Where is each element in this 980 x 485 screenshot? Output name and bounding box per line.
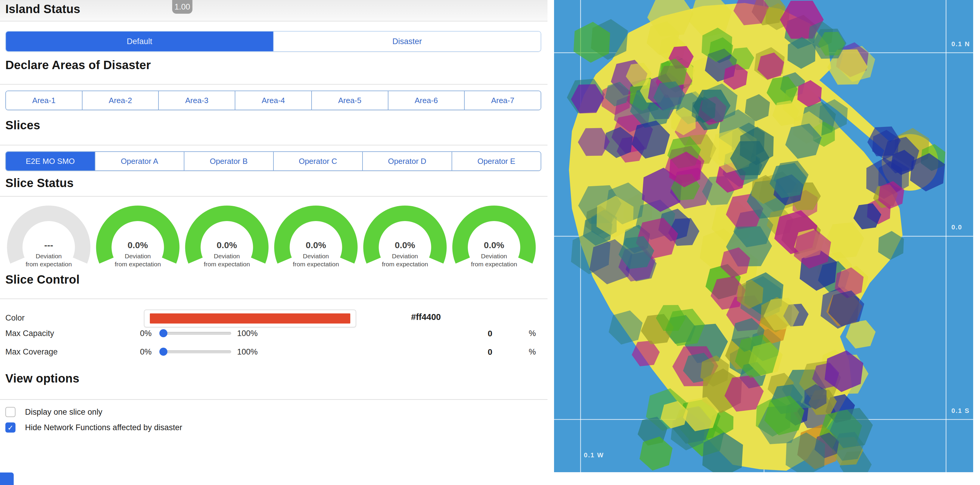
top-band (0, 0, 547, 21)
corner-chip (0, 472, 14, 485)
gauge-value: 0.0% (271, 240, 360, 250)
slice-button-row: E2E MO SMOOperator AOperator BOperator C… (5, 151, 541, 171)
gauge-value: 0.0% (93, 240, 182, 250)
checkbox-row: ✓Hide Network Functions affected by disa… (5, 423, 182, 433)
slider-track[interactable] (160, 332, 231, 335)
divider (0, 196, 547, 197)
slice-control-title: Slice Control (5, 273, 80, 286)
grid-label: 0.1 S (951, 407, 970, 414)
island-mode-toggle[interactable]: DefaultDisaster (5, 31, 541, 52)
gauge-value: 0.0% (450, 240, 539, 250)
slice-button[interactable]: Operator E (452, 152, 541, 170)
color-swatch (150, 313, 350, 324)
gauge-value: 0.0% (360, 240, 450, 250)
deviation-gauge: 0.0%Deviationfrom expectation (360, 201, 450, 269)
slice-status-title: Slice Status (5, 177, 73, 190)
grid-label: 0.0 (951, 223, 963, 231)
color-label: Color (5, 313, 25, 323)
area-button-area-1[interactable]: Area-1 (6, 91, 82, 110)
divider (0, 145, 547, 145)
slider-thumb[interactable] (159, 348, 167, 356)
divider (0, 84, 547, 84)
slider-value: 0 (481, 347, 499, 357)
mode-button-default[interactable]: Default (6, 32, 273, 51)
checkbox-unchecked[interactable] (5, 407, 16, 417)
deviation-gauge: 0.0%Deviationfrom expectation (93, 201, 182, 269)
deviation-gauge: 0.0%Deviationfrom expectation (271, 201, 360, 269)
slice-button[interactable]: Operator B (184, 152, 273, 170)
grid-label: 0.1 N (951, 40, 970, 48)
color-picker-input[interactable] (144, 310, 356, 328)
slider-unit: % (529, 329, 536, 338)
gauge-caption: Deviationfrom expectation (93, 252, 182, 268)
area-button-area-2[interactable]: Area-2 (82, 91, 159, 110)
gauge-caption: Deviationfrom expectation (182, 252, 271, 268)
area-button-area-4[interactable]: Area-4 (235, 91, 311, 110)
divider (0, 299, 547, 299)
gauge-row: ---Deviationfrom expectation0.0%Deviatio… (4, 201, 541, 269)
control-panel: Island Status 1.00 DefaultDisaster Decla… (0, 0, 554, 485)
grid-label: 0.1 W (584, 452, 604, 459)
slider-max-label: 100% (237, 347, 258, 356)
slice-button[interactable]: Operator C (273, 152, 363, 170)
gauge-caption: Deviationfrom expectation (360, 252, 450, 268)
slider-min-label: 0% (140, 329, 158, 338)
mode-button-disaster[interactable]: Disaster (273, 32, 541, 51)
area-button-area-5[interactable]: Area-5 (311, 91, 388, 110)
gauge-value: --- (4, 240, 93, 250)
checkbox-label: Hide Network Functions affected by disas… (25, 423, 182, 432)
view-options-title: View options (5, 372, 79, 385)
gauge-caption: Deviationfrom expectation (450, 252, 539, 268)
slice-button[interactable]: E2E MO SMO (6, 152, 95, 170)
area-button-area-7[interactable]: Area-7 (464, 91, 541, 110)
area-button-area-6[interactable]: Area-6 (388, 91, 465, 110)
slices-title: Slices (5, 119, 40, 132)
deviation-gauge: 0.0%Deviationfrom expectation (450, 201, 539, 269)
slider-track[interactable] (160, 350, 231, 353)
gauge-value: 0.0% (182, 240, 271, 250)
divider (0, 399, 547, 400)
slider-min-label: 0% (140, 347, 158, 356)
slider-value: 0 (481, 329, 499, 339)
slice-button[interactable]: Operator A (95, 152, 184, 170)
island-map[interactable]: 0.1 N0.00.1 S0.1 W0.1 E (554, 0, 973, 472)
area-button-area-3[interactable]: Area-3 (158, 91, 235, 110)
slider-label: Max Coverage (5, 347, 58, 356)
checkbox-label: Display one slice only (25, 407, 102, 417)
area-button-row: Area-1Area-2Area-3Area-4Area-5Area-6Area… (5, 91, 541, 110)
checkbox-row: Display one slice only (5, 407, 102, 417)
deviation-gauge: ---Deviationfrom expectation (4, 201, 93, 269)
playback-rate-badge: 1.00 (172, 0, 192, 14)
slider-max-label: 100% (237, 329, 258, 338)
color-hex-value: #ff4400 (393, 312, 459, 322)
slider-thumb[interactable] (159, 329, 167, 337)
slider-unit: % (529, 347, 536, 356)
slice-button[interactable]: Operator D (362, 152, 452, 170)
checkbox-checked[interactable]: ✓ (5, 423, 16, 433)
deviation-gauge: 0.0%Deviationfrom expectation (182, 201, 271, 269)
declare-areas-title: Declare Areas of Disaster (5, 59, 151, 72)
page-title: Island Status (5, 2, 80, 16)
gauge-caption: Deviationfrom expectation (4, 252, 93, 268)
gauge-caption: Deviationfrom expectation (271, 252, 360, 268)
slider-label: Max Capacity (5, 329, 54, 338)
